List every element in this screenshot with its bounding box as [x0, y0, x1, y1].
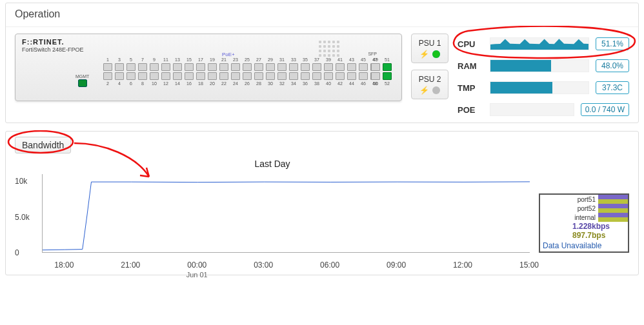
x-tick-label: 03:00	[254, 261, 273, 270]
port-number: 33	[291, 57, 296, 62]
port-number: 6	[130, 81, 132, 86]
rj45-port[interactable]	[196, 72, 205, 80]
port-number: 2	[106, 81, 109, 86]
rj45-port[interactable]	[336, 72, 345, 80]
rj45-port[interactable]	[231, 63, 240, 71]
gauge-poe-bar[interactable]	[490, 103, 574, 116]
rj45-port[interactable]	[115, 72, 124, 80]
rj45-port[interactable]	[173, 63, 182, 71]
rj45-port[interactable]	[219, 63, 228, 71]
rj45-port[interactable]	[219, 72, 228, 80]
port-number: 25	[245, 57, 250, 62]
port-number: 17	[198, 57, 203, 62]
legend-swatch-icon	[598, 213, 628, 222]
rj45-port[interactable]	[277, 63, 287, 71]
rj45-port[interactable]	[347, 72, 356, 80]
port-number: 28	[256, 81, 261, 86]
rj45-port[interactable]	[289, 72, 298, 80]
rj45-port[interactable]	[161, 72, 170, 80]
rj45-port[interactable]	[359, 72, 368, 80]
rj45-port[interactable]	[254, 72, 263, 80]
gauge-cpu: CPU 51.1%	[458, 37, 629, 50]
rj45-port[interactable]	[161, 63, 170, 71]
rj45-port[interactable]	[312, 63, 321, 71]
rj45-port[interactable]	[254, 63, 263, 71]
legend-swatch-icon	[598, 195, 628, 204]
rj45-port[interactable]	[243, 63, 252, 71]
rj45-port[interactable]	[138, 72, 147, 80]
rj45-port[interactable]	[336, 63, 345, 71]
y-tick-label: 0	[15, 248, 19, 257]
rj45-port[interactable]	[208, 63, 217, 71]
rj45-port[interactable]	[208, 72, 217, 80]
psu-2[interactable]: PSU 2 ⚡	[411, 70, 448, 99]
port-number: 13	[175, 57, 180, 62]
port-number: 44	[349, 81, 354, 86]
sfp-port[interactable]	[383, 63, 392, 71]
legend-value-1: 1.228kbps	[540, 222, 628, 231]
port-number: 22	[221, 81, 226, 86]
rj45-port[interactable]	[312, 72, 321, 80]
port-number: 14	[175, 81, 180, 86]
rj45-port[interactable]	[347, 63, 356, 71]
port-number: 39	[326, 57, 331, 62]
plug-icon: ⚡	[419, 50, 429, 59]
psu-1[interactable]: PSU 1 ⚡	[411, 34, 448, 63]
bandwidth-tab[interactable]: Bandwidth	[15, 137, 71, 153]
sfp-label: SFP	[368, 52, 377, 56]
rj45-port[interactable]	[277, 72, 287, 80]
y-tick-label: 5.0k	[15, 213, 30, 222]
rj45-port[interactable]	[138, 63, 147, 71]
bandwidth-legend: port51port52internal 1.228kbps 897.7bps …	[539, 193, 629, 253]
port-number: 31	[279, 57, 285, 62]
port-number: 34	[291, 81, 296, 86]
plug-icon: ⚡	[419, 86, 429, 95]
legend-label: port51	[540, 196, 598, 203]
rj45-port[interactable]	[103, 72, 112, 80]
rj45-port[interactable]	[115, 63, 124, 71]
mgmt-port[interactable]	[78, 79, 87, 87]
sfp-port[interactable]	[371, 72, 380, 80]
rj45-port[interactable]	[301, 63, 310, 71]
port-number: 29	[268, 57, 273, 62]
x-tick-label: 15:00	[519, 261, 539, 270]
gauge-tmp-bar[interactable]	[490, 81, 589, 94]
gauge-cpu-bar[interactable]	[490, 37, 589, 50]
port-number: 46	[361, 81, 366, 86]
gauge-cpu-label: CPU	[458, 39, 483, 49]
rj45-port[interactable]	[126, 63, 136, 71]
rj45-port[interactable]	[324, 72, 333, 80]
poe-plus-label: PoE+	[222, 52, 235, 57]
rj45-port[interactable]	[266, 63, 275, 71]
operation-panel: Operation F::RTINET. FortiSwitch 248E-FP…	[5, 3, 639, 123]
sfp-port[interactable]	[383, 72, 392, 80]
port-number: 49	[373, 57, 378, 62]
rj45-port[interactable]	[103, 63, 112, 71]
rj45-port[interactable]	[126, 72, 136, 80]
gauge-ram-label: RAM	[458, 61, 483, 71]
port-number: 21	[221, 57, 226, 62]
rj45-port[interactable]	[185, 72, 194, 80]
rj45-port[interactable]	[289, 63, 298, 71]
port-number: 37	[314, 57, 319, 62]
port-number: 23	[233, 57, 238, 62]
gauge-tmp-label: TMP	[458, 83, 483, 93]
rj45-port[interactable]	[150, 72, 159, 80]
bandwidth-chart[interactable]: Last Day 10k5.0k018:0021:0000:00Jun 0103…	[15, 157, 530, 267]
rj45-port[interactable]	[185, 63, 194, 71]
gauge-ram-value: 48.0%	[596, 59, 629, 72]
rj45-port[interactable]	[150, 63, 159, 71]
rj45-port[interactable]	[231, 72, 240, 80]
rj45-port[interactable]	[173, 72, 182, 80]
rj45-port[interactable]	[196, 63, 205, 71]
rj45-port[interactable]	[301, 72, 310, 80]
rj45-port[interactable]	[266, 72, 275, 80]
rj45-port[interactable]	[243, 72, 252, 80]
chart-title: Last Day	[15, 159, 530, 169]
rj45-port[interactable]	[359, 63, 368, 71]
gauge-ram-bar[interactable]	[490, 59, 589, 72]
rj45-port[interactable]	[324, 63, 333, 71]
x-tick-label: 00:00	[187, 261, 206, 270]
sfp-port[interactable]	[371, 63, 380, 71]
x-tick-label: 12:00	[453, 261, 472, 270]
